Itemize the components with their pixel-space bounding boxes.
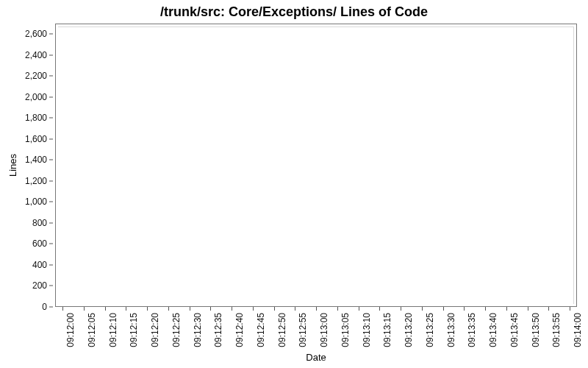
y-tick-label: 1,600	[3, 134, 47, 144]
x-tick-mark	[210, 307, 211, 311]
y-tick-label: 2,400	[3, 50, 47, 60]
x-tick-label: 09:13:30	[446, 313, 456, 347]
y-axis-ticks: 02004006008001,0001,2001,4001,6001,8002,…	[0, 24, 53, 307]
x-tick-label: 09:12:20	[150, 313, 160, 347]
x-tick-mark	[506, 307, 507, 311]
y-tick-mark	[49, 34, 53, 35]
x-tick-label: 09:12:45	[256, 313, 266, 347]
y-tick-label: 600	[3, 238, 47, 249]
x-tick-mark	[528, 307, 528, 311]
y-tick-mark	[49, 202, 53, 202]
y-tick-mark	[49, 160, 53, 160]
x-tick-mark	[274, 307, 275, 311]
x-tick-label: 09:12:35	[213, 313, 223, 347]
x-tick-mark	[126, 307, 126, 311]
x-tick-label: 09:13:55	[551, 313, 562, 347]
x-tick-mark	[253, 307, 254, 311]
y-tick-label: 1,400	[3, 155, 47, 165]
x-tick-mark	[379, 307, 380, 311]
x-tick-label: 09:12:15	[129, 313, 139, 347]
y-tick-mark	[49, 96, 53, 97]
x-tick-label: 09:14:00	[573, 313, 583, 347]
x-tick-mark	[485, 307, 486, 311]
x-tick-label: 09:13:10	[362, 313, 372, 347]
chart-title: /trunk/src: Core/Exceptions/ Lines of Co…	[0, 4, 588, 20]
x-tick-mark	[190, 307, 190, 311]
x-tick-mark	[337, 307, 338, 311]
x-tick-mark	[548, 307, 549, 311]
y-tick-label: 2,600	[3, 29, 47, 39]
x-tick-label: 09:13:35	[467, 313, 477, 347]
x-tick-label: 09:13:40	[488, 313, 498, 347]
y-tick-label: 1,800	[3, 113, 47, 123]
x-tick-mark	[105, 307, 106, 311]
x-tick-label: 09:12:00	[65, 313, 76, 347]
x-tick-mark	[316, 307, 317, 311]
x-tick-label: 09:12:40	[234, 313, 245, 347]
y-tick-mark	[49, 264, 53, 265]
y-tick-label: 1,000	[3, 197, 47, 207]
y-tick-label: 400	[3, 260, 47, 270]
y-tick-label: 0	[3, 302, 47, 312]
y-tick-mark	[49, 138, 53, 139]
y-tick-mark	[49, 180, 53, 181]
x-tick-label: 09:13:45	[509, 313, 520, 347]
x-tick-mark	[62, 307, 63, 311]
x-tick-mark	[84, 307, 85, 311]
x-tick-label: 09:12:10	[108, 313, 118, 347]
x-tick-label: 09:12:50	[277, 313, 287, 347]
x-tick-label: 09:13:25	[425, 313, 435, 347]
x-tick-mark	[401, 307, 401, 311]
y-tick-label: 200	[3, 280, 47, 291]
y-tick-label: 2,200	[3, 71, 47, 81]
x-tick-label: 09:13:15	[382, 313, 392, 347]
y-tick-mark	[49, 76, 53, 77]
x-tick-label: 09:13:50	[531, 313, 541, 347]
y-tick-mark	[49, 54, 53, 55]
x-tick-label: 09:13:20	[404, 313, 414, 347]
x-tick-mark	[570, 307, 570, 311]
x-tick-mark	[232, 307, 232, 311]
x-tick-mark	[147, 307, 148, 311]
x-tick-mark	[359, 307, 359, 311]
y-tick-mark	[49, 244, 53, 244]
x-tick-mark	[464, 307, 465, 311]
x-tick-label: 09:12:05	[87, 313, 97, 347]
y-tick-mark	[49, 286, 53, 286]
x-tick-label: 09:13:00	[319, 313, 329, 347]
x-tick-label: 09:13:05	[340, 313, 351, 347]
y-tick-mark	[49, 307, 53, 308]
x-axis-ticks: 09:12:0009:12:0509:12:1009:12:1509:12:20…	[55, 307, 577, 351]
plot-area	[55, 24, 577, 307]
y-tick-label: 2,000	[3, 92, 47, 102]
x-tick-label: 09:12:30	[193, 313, 203, 347]
x-tick-mark	[443, 307, 444, 311]
y-tick-mark	[49, 222, 53, 223]
x-axis-label: Date	[55, 352, 577, 363]
y-tick-mark	[49, 118, 53, 118]
y-tick-label: 1,200	[3, 176, 47, 186]
x-tick-mark	[295, 307, 295, 311]
x-tick-label: 09:12:25	[171, 313, 182, 347]
x-tick-label: 09:12:55	[298, 313, 308, 347]
x-tick-mark	[168, 307, 169, 311]
y-tick-label: 800	[3, 218, 47, 228]
x-tick-mark	[422, 307, 423, 311]
